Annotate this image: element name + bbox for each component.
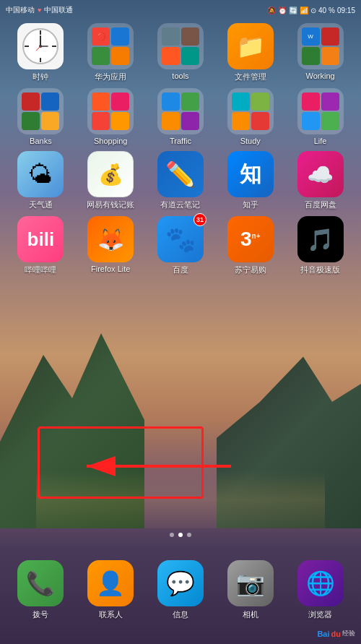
status-left: 中国移动 ♥ 中国联通 [6, 5, 73, 15]
baidupan-label: 百度网盘 [305, 199, 336, 210]
app-huawei-apps[interactable]: 🔴 华为应用 [76, 23, 146, 82]
heart-icon: ♥ [38, 7, 41, 14]
app-zhihu[interactable]: 知 知乎 [215, 151, 285, 210]
file-mgmt-icon: 📁 [227, 23, 274, 69]
app-life[interactable]: Life [285, 88, 355, 145]
study-icon [227, 88, 274, 134]
dock-messages[interactable]: 💬 信息 [157, 560, 204, 620]
wyqj-label: 网易有钱记账 [87, 199, 134, 210]
browser-label: 浏览器 [308, 609, 332, 620]
contacts-label: 联系人 [99, 609, 123, 620]
status-right: 🔕 ⏰ 🔄 📶 ⊙ 40 % 09:15 [267, 7, 355, 14]
baidupan-icon: ☁️ [297, 151, 344, 197]
dock-browser[interactable]: 🌐 浏览器 [297, 560, 344, 620]
working-label: Working [306, 72, 335, 80]
firefox-icon: 🦊 [87, 216, 134, 262]
app-study[interactable]: Study [215, 88, 285, 145]
baidu-logo2: du [331, 630, 341, 638]
contacts-icon: 👤 [87, 560, 134, 606]
clock-icon [17, 23, 64, 69]
app-firefox[interactable]: 🦊 Firefox Lite [76, 216, 146, 275]
messages-label: 信息 [173, 609, 188, 620]
app-suning[interactable]: 3n+ 苏宁易购 [215, 216, 285, 275]
wifi-icon: ⊙ [310, 7, 316, 14]
life-icon [297, 88, 344, 134]
youdao-icon: ✏️ [157, 151, 204, 197]
shopping-label: Shopping [94, 137, 128, 145]
baidu-badge: 31 [193, 213, 206, 226]
clock-label: 时钟 [32, 72, 48, 82]
life-label: Life [314, 137, 327, 145]
page-dots [0, 533, 361, 537]
banks-label: Banks [30, 137, 52, 145]
dock-phone[interactable]: 📞 拨号 [17, 560, 64, 620]
rotate-icon: 🔄 [289, 7, 297, 14]
app-baidu[interactable]: 🐾 31 百度 [146, 216, 216, 275]
baidu-watermark: Bai du 经验 [317, 629, 355, 638]
page-dot-2 [178, 533, 183, 537]
mute-icon: 🔕 [267, 7, 276, 14]
wyqj-icon: 💰 [87, 151, 134, 197]
youdao-label: 有道云笔记 [160, 199, 200, 210]
camera-icon: 📷 [227, 560, 274, 606]
alarm-icon: ⏰ [278, 7, 287, 14]
suning-label: 苏宁易购 [235, 265, 266, 275]
app-grid: 时钟 🔴 华为应用 tools 📁 文件管理 W [0, 23, 361, 275]
page-dot-3 [187, 533, 191, 537]
baidu-logo: Bai [317, 630, 329, 638]
baidu-label: 百度 [173, 265, 188, 275]
carrier1: 中国移动 [6, 5, 35, 15]
traffic-label: Traffic [170, 137, 191, 145]
messages-icon: 💬 [157, 560, 204, 606]
app-bilibili[interactable]: bili 哔哩哔哩 [6, 216, 76, 275]
weather-icon: 🌤 [17, 151, 64, 197]
app-file-mgmt[interactable]: 📁 文件管理 [215, 23, 285, 82]
camera-label: 相机 [243, 609, 258, 620]
time-display: 09:15 [337, 7, 355, 14]
phone-icon: 📞 [17, 560, 64, 606]
bilibili-icon: bili [17, 216, 64, 262]
tools-icon [157, 23, 204, 69]
baidu-wrap: 🐾 31 [157, 216, 204, 262]
app-clock[interactable]: 时钟 [6, 23, 76, 82]
firefox-label: Firefox Lite [91, 265, 130, 273]
app-tools[interactable]: tools [146, 23, 216, 82]
app-baidupan[interactable]: ☁️ 百度网盘 [285, 151, 355, 210]
dock: 📞 拨号 👤 联系人 💬 信息 📷 相机 🌐 浏览器 [6, 550, 355, 630]
app-weather[interactable]: 🌤 天气通 [6, 151, 76, 210]
study-label: Study [240, 137, 261, 145]
app-youdao[interactable]: ✏️ 有道云笔记 [146, 151, 216, 210]
huawei-apps-label: 华为应用 [95, 72, 126, 82]
weather-label: 天气通 [29, 199, 53, 210]
baidu-site: 经验 [342, 629, 355, 638]
app-douyin[interactable]: 🎵 抖音极速版 [285, 216, 355, 275]
douyin-label: 抖音极速版 [300, 265, 340, 275]
zhihu-icon: 知 [227, 151, 274, 197]
tools-label: tools [172, 72, 188, 80]
app-working[interactable]: W Working [285, 23, 355, 82]
bilibili-label: 哔哩哔哩 [25, 265, 56, 275]
browser-icon: 🌐 [297, 560, 344, 606]
app-traffic[interactable]: Traffic [146, 88, 216, 145]
annotation-arrow [72, 448, 253, 484]
app-banks[interactable]: Banks [6, 88, 76, 145]
file-mgmt-label: 文件管理 [235, 72, 266, 82]
battery-icon: % [329, 7, 335, 14]
page-dot-1 [170, 533, 174, 537]
app-wyqj[interactable]: 💰 网易有钱记账 [76, 151, 146, 210]
signal-strength: 📶 [300, 7, 308, 14]
douyin-icon: 🎵 [297, 216, 344, 262]
dock-camera[interactable]: 📷 相机 [227, 560, 274, 620]
carrier2: 中国联通 [44, 5, 73, 15]
phone-label: 拨号 [32, 609, 48, 620]
status-bar: 中国移动 ♥ 中国联通 🔕 ⏰ 🔄 📶 ⊙ 40 % 09:15 [0, 0, 361, 20]
battery-level: 40 [318, 7, 326, 14]
dock-contacts[interactable]: 👤 联系人 [87, 560, 134, 620]
working-icon: W [297, 23, 344, 69]
huawei-apps-icon: 🔴 [87, 23, 134, 69]
traffic-icon [157, 88, 204, 134]
app-shopping[interactable]: Shopping [76, 88, 146, 145]
zhihu-label: 知乎 [243, 199, 258, 210]
banks-icon [17, 88, 64, 134]
suning-icon: 3n+ [227, 216, 274, 262]
